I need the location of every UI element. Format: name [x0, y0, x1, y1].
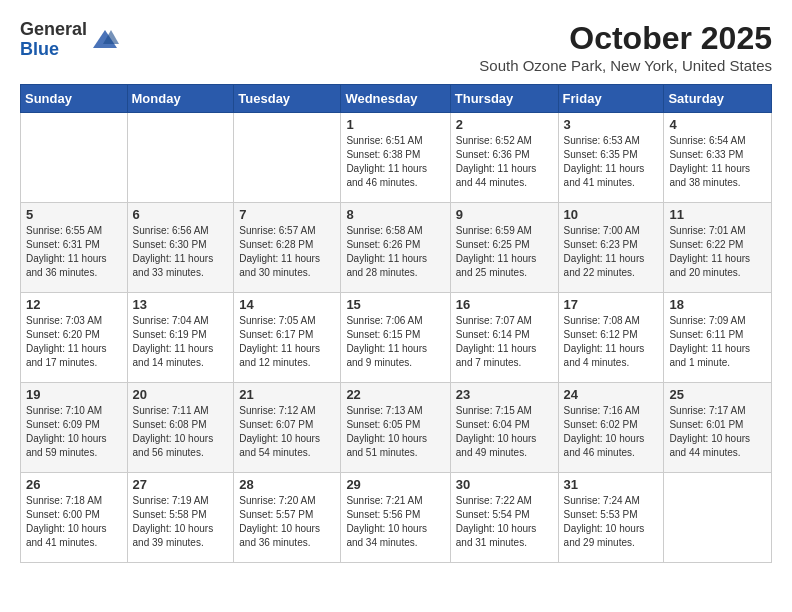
calendar-cell: 27Sunrise: 7:19 AM Sunset: 5:58 PM Dayli…	[127, 473, 234, 563]
calendar-cell: 10Sunrise: 7:00 AM Sunset: 6:23 PM Dayli…	[558, 203, 664, 293]
day-info: Sunrise: 6:51 AM Sunset: 6:38 PM Dayligh…	[346, 134, 444, 190]
day-number: 29	[346, 477, 444, 492]
day-info: Sunrise: 6:52 AM Sunset: 6:36 PM Dayligh…	[456, 134, 553, 190]
weekday-header: Wednesday	[341, 85, 450, 113]
calendar-cell: 16Sunrise: 7:07 AM Sunset: 6:14 PM Dayli…	[450, 293, 558, 383]
day-number: 3	[564, 117, 659, 132]
day-number: 2	[456, 117, 553, 132]
calendar-table: SundayMondayTuesdayWednesdayThursdayFrid…	[20, 84, 772, 563]
day-info: Sunrise: 7:10 AM Sunset: 6:09 PM Dayligh…	[26, 404, 122, 460]
calendar-cell: 1Sunrise: 6:51 AM Sunset: 6:38 PM Daylig…	[341, 113, 450, 203]
calendar-cell: 3Sunrise: 6:53 AM Sunset: 6:35 PM Daylig…	[558, 113, 664, 203]
calendar-cell	[234, 113, 341, 203]
day-number: 12	[26, 297, 122, 312]
title-block: October 2025 South Ozone Park, New York,…	[479, 20, 772, 74]
day-info: Sunrise: 7:17 AM Sunset: 6:01 PM Dayligh…	[669, 404, 766, 460]
calendar-cell: 29Sunrise: 7:21 AM Sunset: 5:56 PM Dayli…	[341, 473, 450, 563]
calendar-cell: 14Sunrise: 7:05 AM Sunset: 6:17 PM Dayli…	[234, 293, 341, 383]
calendar-cell: 19Sunrise: 7:10 AM Sunset: 6:09 PM Dayli…	[21, 383, 128, 473]
calendar-week-row: 26Sunrise: 7:18 AM Sunset: 6:00 PM Dayli…	[21, 473, 772, 563]
day-info: Sunrise: 6:53 AM Sunset: 6:35 PM Dayligh…	[564, 134, 659, 190]
weekday-header: Saturday	[664, 85, 772, 113]
calendar-cell: 22Sunrise: 7:13 AM Sunset: 6:05 PM Dayli…	[341, 383, 450, 473]
weekday-header-row: SundayMondayTuesdayWednesdayThursdayFrid…	[21, 85, 772, 113]
logo-icon	[91, 26, 119, 54]
day-number: 7	[239, 207, 335, 222]
calendar-cell: 23Sunrise: 7:15 AM Sunset: 6:04 PM Dayli…	[450, 383, 558, 473]
calendar-cell: 13Sunrise: 7:04 AM Sunset: 6:19 PM Dayli…	[127, 293, 234, 383]
calendar-cell: 15Sunrise: 7:06 AM Sunset: 6:15 PM Dayli…	[341, 293, 450, 383]
calendar-cell: 12Sunrise: 7:03 AM Sunset: 6:20 PM Dayli…	[21, 293, 128, 383]
day-info: Sunrise: 7:06 AM Sunset: 6:15 PM Dayligh…	[346, 314, 444, 370]
calendar-cell: 26Sunrise: 7:18 AM Sunset: 6:00 PM Dayli…	[21, 473, 128, 563]
calendar-week-row: 12Sunrise: 7:03 AM Sunset: 6:20 PM Dayli…	[21, 293, 772, 383]
calendar-cell: 2Sunrise: 6:52 AM Sunset: 6:36 PM Daylig…	[450, 113, 558, 203]
day-info: Sunrise: 6:59 AM Sunset: 6:25 PM Dayligh…	[456, 224, 553, 280]
weekday-header: Friday	[558, 85, 664, 113]
day-number: 23	[456, 387, 553, 402]
calendar-cell: 4Sunrise: 6:54 AM Sunset: 6:33 PM Daylig…	[664, 113, 772, 203]
calendar-cell: 9Sunrise: 6:59 AM Sunset: 6:25 PM Daylig…	[450, 203, 558, 293]
day-number: 15	[346, 297, 444, 312]
weekday-header: Sunday	[21, 85, 128, 113]
day-number: 26	[26, 477, 122, 492]
day-number: 14	[239, 297, 335, 312]
day-info: Sunrise: 7:21 AM Sunset: 5:56 PM Dayligh…	[346, 494, 444, 550]
day-number: 21	[239, 387, 335, 402]
day-number: 24	[564, 387, 659, 402]
logo-general-text: General	[20, 20, 87, 40]
calendar-week-row: 19Sunrise: 7:10 AM Sunset: 6:09 PM Dayli…	[21, 383, 772, 473]
weekday-header: Monday	[127, 85, 234, 113]
day-info: Sunrise: 7:07 AM Sunset: 6:14 PM Dayligh…	[456, 314, 553, 370]
calendar-cell: 7Sunrise: 6:57 AM Sunset: 6:28 PM Daylig…	[234, 203, 341, 293]
day-info: Sunrise: 7:01 AM Sunset: 6:22 PM Dayligh…	[669, 224, 766, 280]
day-info: Sunrise: 7:08 AM Sunset: 6:12 PM Dayligh…	[564, 314, 659, 370]
day-number: 9	[456, 207, 553, 222]
calendar-cell: 18Sunrise: 7:09 AM Sunset: 6:11 PM Dayli…	[664, 293, 772, 383]
day-number: 30	[456, 477, 553, 492]
day-number: 19	[26, 387, 122, 402]
day-number: 6	[133, 207, 229, 222]
day-number: 8	[346, 207, 444, 222]
day-info: Sunrise: 7:20 AM Sunset: 5:57 PM Dayligh…	[239, 494, 335, 550]
day-info: Sunrise: 6:56 AM Sunset: 6:30 PM Dayligh…	[133, 224, 229, 280]
calendar-cell: 5Sunrise: 6:55 AM Sunset: 6:31 PM Daylig…	[21, 203, 128, 293]
calendar-week-row: 1Sunrise: 6:51 AM Sunset: 6:38 PM Daylig…	[21, 113, 772, 203]
calendar-cell: 11Sunrise: 7:01 AM Sunset: 6:22 PM Dayli…	[664, 203, 772, 293]
calendar-cell: 8Sunrise: 6:58 AM Sunset: 6:26 PM Daylig…	[341, 203, 450, 293]
day-info: Sunrise: 6:54 AM Sunset: 6:33 PM Dayligh…	[669, 134, 766, 190]
day-number: 27	[133, 477, 229, 492]
day-info: Sunrise: 7:12 AM Sunset: 6:07 PM Dayligh…	[239, 404, 335, 460]
day-info: Sunrise: 6:58 AM Sunset: 6:26 PM Dayligh…	[346, 224, 444, 280]
day-number: 11	[669, 207, 766, 222]
day-info: Sunrise: 6:55 AM Sunset: 6:31 PM Dayligh…	[26, 224, 122, 280]
day-info: Sunrise: 7:19 AM Sunset: 5:58 PM Dayligh…	[133, 494, 229, 550]
calendar-cell: 30Sunrise: 7:22 AM Sunset: 5:54 PM Dayli…	[450, 473, 558, 563]
calendar-cell	[21, 113, 128, 203]
day-info: Sunrise: 7:24 AM Sunset: 5:53 PM Dayligh…	[564, 494, 659, 550]
calendar-cell: 20Sunrise: 7:11 AM Sunset: 6:08 PM Dayli…	[127, 383, 234, 473]
day-number: 1	[346, 117, 444, 132]
day-number: 18	[669, 297, 766, 312]
day-info: Sunrise: 7:16 AM Sunset: 6:02 PM Dayligh…	[564, 404, 659, 460]
day-info: Sunrise: 7:03 AM Sunset: 6:20 PM Dayligh…	[26, 314, 122, 370]
day-number: 17	[564, 297, 659, 312]
day-number: 13	[133, 297, 229, 312]
day-info: Sunrise: 7:05 AM Sunset: 6:17 PM Dayligh…	[239, 314, 335, 370]
calendar-cell: 17Sunrise: 7:08 AM Sunset: 6:12 PM Dayli…	[558, 293, 664, 383]
day-info: Sunrise: 7:15 AM Sunset: 6:04 PM Dayligh…	[456, 404, 553, 460]
day-number: 10	[564, 207, 659, 222]
day-info: Sunrise: 7:22 AM Sunset: 5:54 PM Dayligh…	[456, 494, 553, 550]
calendar-cell: 25Sunrise: 7:17 AM Sunset: 6:01 PM Dayli…	[664, 383, 772, 473]
day-number: 22	[346, 387, 444, 402]
day-info: Sunrise: 7:04 AM Sunset: 6:19 PM Dayligh…	[133, 314, 229, 370]
day-info: Sunrise: 7:18 AM Sunset: 6:00 PM Dayligh…	[26, 494, 122, 550]
calendar-cell: 6Sunrise: 6:56 AM Sunset: 6:30 PM Daylig…	[127, 203, 234, 293]
day-number: 4	[669, 117, 766, 132]
calendar-cell	[127, 113, 234, 203]
day-number: 5	[26, 207, 122, 222]
month-title: October 2025	[479, 20, 772, 57]
calendar-cell: 21Sunrise: 7:12 AM Sunset: 6:07 PM Dayli…	[234, 383, 341, 473]
day-info: Sunrise: 7:00 AM Sunset: 6:23 PM Dayligh…	[564, 224, 659, 280]
day-number: 16	[456, 297, 553, 312]
